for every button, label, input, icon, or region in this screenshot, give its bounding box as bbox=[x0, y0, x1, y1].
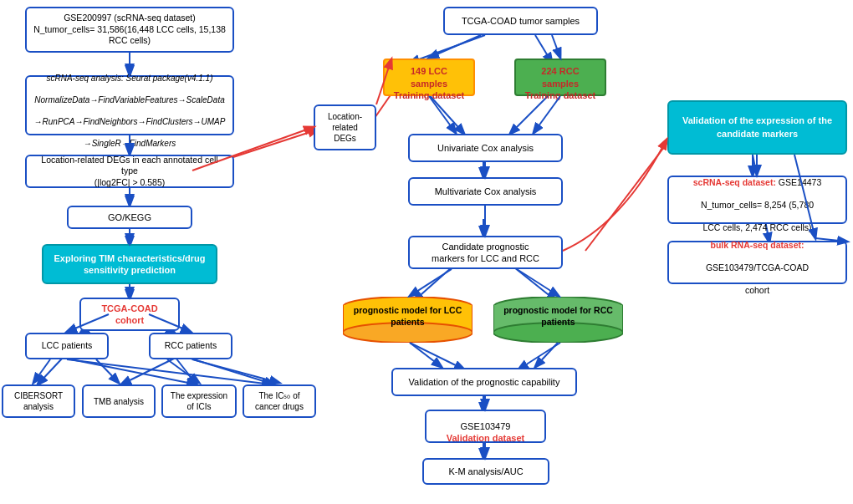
expression-icis-text: The expression of ICIs bbox=[171, 390, 227, 412]
multivariate-text: Multivariate Cox analysis bbox=[435, 186, 537, 197]
rcc-patients-text: RCC patients bbox=[165, 340, 217, 352]
prog-rcc-container: prognostic model for RCCpatients bbox=[493, 297, 623, 343]
rcc-224-text: 224 RCCsamplesTraining dataset bbox=[525, 53, 595, 101]
rcc-224-box: 224 RCCsamplesTraining dataset bbox=[514, 59, 606, 96]
validation-prog-text: Validation of the prognostic capability bbox=[409, 376, 560, 388]
ic50-box: The IC₅₀ of cancer drugs bbox=[243, 384, 316, 418]
tcga-tumor-text: TCGA-COAD tumor samples bbox=[462, 15, 580, 27]
svg-line-50 bbox=[192, 359, 279, 383]
tmb-box: TMB analysis bbox=[82, 384, 156, 418]
go-kegg-text: GO/KEGG bbox=[108, 211, 151, 223]
bulk-rnaseq-box: bulk RNA-seq dataset: GSE103479/TCGA-COA… bbox=[667, 241, 847, 284]
scrna-analysis-text: scRNA-seq analysis: Seurat package(v4.1.… bbox=[34, 62, 226, 149]
svg-line-54 bbox=[534, 96, 560, 133]
svg-line-12 bbox=[67, 359, 272, 384]
tim-drug-text: Exploring TIM characteristics/drug sensi… bbox=[54, 252, 206, 277]
cibersort-box: CIBERSORT analysis bbox=[2, 384, 75, 418]
tmb-text: TMB analysis bbox=[94, 396, 144, 407]
svg-line-24 bbox=[518, 343, 560, 369]
cibersort-text: CIBERSORT analysis bbox=[14, 390, 63, 412]
location-related-text: Location- related DEGs bbox=[328, 111, 362, 144]
svg-line-53 bbox=[429, 96, 456, 133]
validation-expression-text: Validation of the expression of the cand… bbox=[682, 115, 832, 140]
expression-icis-box: The expression of ICIs bbox=[161, 384, 237, 418]
gse200997-text: GSE200997 (scRNA-seq dataset) N_tumor_ce… bbox=[32, 13, 227, 47]
scrna-analysis-box: scRNA-seq analysis: Seurat package(v4.1.… bbox=[25, 75, 234, 135]
univariate-text: Univariate Cox analysis bbox=[437, 142, 534, 154]
svg-line-11 bbox=[63, 358, 197, 384]
location-degs-text: Location-related DEGs in each annotated … bbox=[32, 155, 227, 189]
svg-line-59 bbox=[410, 343, 442, 367]
validation-expression-box: Validation of the expression of the cand… bbox=[667, 100, 847, 155]
svg-line-48 bbox=[96, 359, 119, 383]
gse103479-box: GSE103479Validation dataset bbox=[425, 410, 546, 443]
lcc-patients-box: LCC patients bbox=[25, 333, 109, 359]
validation-prog-box: Validation of the prognostic capability bbox=[391, 368, 577, 396]
multivariate-box: Multivariate Cox analysis bbox=[408, 177, 563, 206]
svg-line-27 bbox=[585, 130, 677, 251]
tcga-tumor-box: TCGA-COAD tumor samples bbox=[443, 7, 598, 35]
svg-line-58 bbox=[517, 269, 559, 296]
km-analysis-box: K-M analysis/AUC bbox=[422, 458, 549, 485]
svg-line-49 bbox=[167, 359, 199, 383]
scrna-gse14473-text: scRNA-seq dataset: GSE14473 N_tumor_cell… bbox=[693, 165, 822, 234]
svg-line-9 bbox=[176, 358, 197, 384]
tcga-coad-text: TCGA-COAD cohort bbox=[101, 303, 157, 327]
svg-line-57 bbox=[410, 269, 452, 296]
tcga-coad-box: TCGA-COAD cohort bbox=[79, 298, 180, 331]
rcc-patients-box: RCC patients bbox=[149, 333, 232, 359]
gse200997-box: GSE200997 (scRNA-seq dataset) N_tumor_ce… bbox=[25, 7, 234, 53]
svg-line-22 bbox=[514, 267, 556, 301]
location-degs-box: Location-related DEGs in each annotated … bbox=[25, 155, 234, 188]
svg-line-10 bbox=[188, 358, 274, 384]
lcc-149-box: 149 LCCsamplesTraining dataset bbox=[383, 59, 475, 96]
lcc-149-text: 149 LCCsamplesTraining dataset bbox=[394, 53, 464, 101]
candidate-text: Candidate prognostic markers for LCC and… bbox=[432, 241, 539, 265]
location-related-box: Location- related DEGs bbox=[314, 104, 376, 150]
svg-line-23 bbox=[410, 343, 464, 369]
svg-line-8 bbox=[121, 358, 176, 384]
gse103479-text: GSE103479Validation dataset bbox=[447, 409, 525, 445]
lcc-patients-text: LCC patients bbox=[42, 340, 93, 352]
scrna-gse14473-box: scRNA-seq dataset: GSE14473 N_tumor_cell… bbox=[667, 176, 847, 224]
ic50-text: The IC₅₀ of cancer drugs bbox=[255, 390, 304, 412]
svg-line-47 bbox=[33, 359, 50, 383]
svg-line-21 bbox=[414, 267, 452, 301]
km-analysis-text: K-M analysis/AUC bbox=[448, 466, 523, 477]
prog-lcc-container: prognostic model for LCCpatients bbox=[343, 297, 472, 343]
svg-line-60 bbox=[535, 343, 558, 367]
go-kegg-box: GO/KEGG bbox=[67, 206, 192, 229]
univariate-box: Univariate Cox analysis bbox=[408, 134, 563, 162]
bulk-rnaseq-text: bulk RNA-seq dataset: GSE103479/TCGA-COA… bbox=[706, 228, 809, 297]
tim-drug-box: Exploring TIM characteristics/drug sensi… bbox=[42, 244, 217, 284]
candidate-box: Candidate prognostic markers for LCC and… bbox=[408, 236, 563, 269]
diagram: GSE200997 (scRNA-seq dataset) N_tumor_ce… bbox=[0, 0, 853, 504]
svg-line-7 bbox=[38, 358, 63, 384]
